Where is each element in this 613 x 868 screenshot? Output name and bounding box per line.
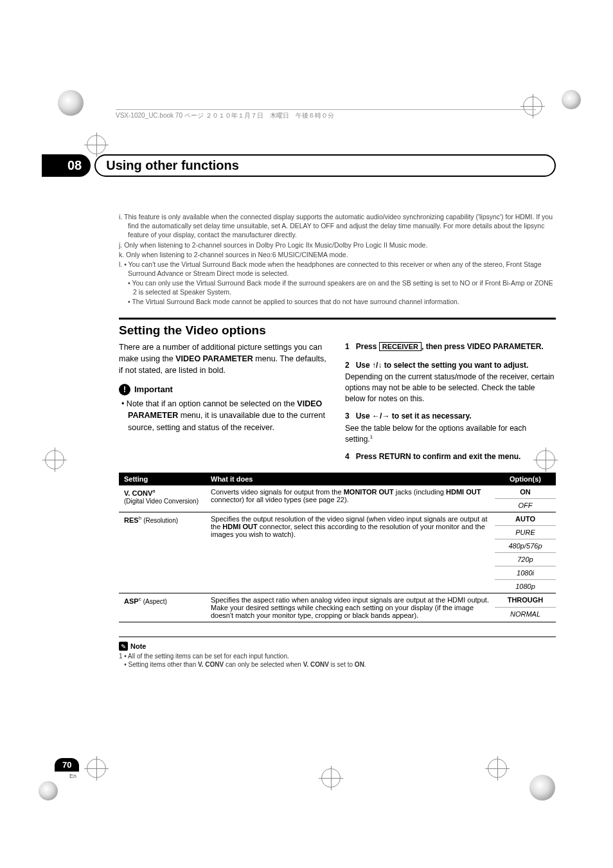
two-column-layout: There are a number of additional picture… (119, 341, 556, 464)
footnote-l-sub2: • The Virtual Surround Back mode cannot … (119, 297, 556, 306)
registration-mark-icon (45, 450, 71, 476)
important-label: Important (134, 384, 173, 395)
registration-mark-icon (488, 759, 513, 784)
table-header-row: Setting What it does Option(s) (119, 473, 556, 485)
note-label: Note (130, 642, 146, 650)
section-intro: There are a number of additional picture… (119, 341, 330, 376)
note-icon: ✎ (119, 642, 128, 651)
step-3-body: See the table below for the options avai… (345, 423, 556, 446)
footnote-l-sub1: • You can only use the Virtual Surround … (119, 278, 556, 296)
receiver-key: RECEIVER (379, 342, 422, 351)
right-column: 1 Press RECEIVER, then press VIDEO PARAM… (345, 341, 556, 464)
step-2: 2 Use ↑/↓ to select the setting you want… (345, 360, 556, 371)
th-setting: Setting (119, 473, 206, 485)
left-column: There are a number of additional picture… (119, 341, 330, 464)
important-icon: ! (119, 384, 130, 395)
desc-vconv: Converts video signals for output from t… (206, 485, 495, 512)
footnote-j: j. Only when listening to 2-channel sour… (119, 240, 556, 249)
desc-res: Specifies the output resolution of the v… (206, 512, 495, 593)
color-swatch-icon (58, 90, 84, 116)
chapter-number: 08 (42, 154, 91, 177)
section-divider (119, 318, 556, 320)
note-item-2: • Setting items other than V. CONV can o… (119, 660, 556, 669)
note-item-1: 1 • All of the setting items can be set … (119, 652, 556, 660)
th-options: Option(s) (495, 473, 556, 485)
chapter-header: 08 Using other functions (42, 154, 556, 177)
section-title: Setting the Video options (119, 323, 556, 338)
chapter-title: Using other functions (106, 158, 239, 172)
color-swatch-icon (39, 781, 58, 800)
desc-asp: Specifies the aspect ratio when analog v… (206, 593, 495, 622)
page-language: En (69, 773, 76, 779)
important-bullet: Note that if an option cannot be selecte… (119, 398, 330, 433)
step-2-title: Use ↑/↓ to select the setting you want t… (356, 361, 529, 370)
step-3: 3 Use ←/→ to set it as necessary. (345, 411, 556, 422)
th-what: What it does (206, 473, 495, 485)
table-row: ASPc (Aspect) Specifies the aspect ratio… (119, 593, 556, 608)
step-1: 1 Press RECEIVER, then press VIDEO PARAM… (345, 341, 556, 352)
footnote-l: l. • You can't use the Virtual Surround … (119, 260, 556, 278)
footnote-i: i. This feature is only available when t… (119, 212, 556, 240)
important-heading: ! Important (119, 384, 330, 395)
page-number-badge: 70 (55, 758, 79, 772)
header-filename-line: VSX-1020_UC.book 70 ページ ２０１０年１月７日 木曜日 午後… (116, 109, 536, 120)
note-heading: ✎ Note (119, 642, 146, 651)
chapter-title-wrap: Using other functions (94, 154, 556, 177)
registration-mark-icon (321, 768, 347, 794)
video-options-table: Setting What it does Option(s) V. CONVa(… (119, 473, 556, 622)
step-4: 4 Press RETURN to confirm and exit the m… (345, 451, 556, 462)
footnote-k: k. Only when listening to 2-channel sour… (119, 250, 556, 259)
registration-mark-icon (87, 759, 112, 784)
note-section: ✎ Note 1 • All of the setting items can … (119, 637, 556, 669)
step-3-title: Use ←/→ to set it as necessary. (356, 411, 472, 420)
step-2-body: Depending on the current status/mode of … (345, 372, 556, 404)
step-4-title: Press RETURN to confirm and exit the men… (356, 452, 521, 461)
color-swatch-icon (562, 90, 581, 109)
color-swatch-icon (529, 775, 555, 800)
page-content: i. This feature is only available when t… (119, 212, 556, 669)
table-row: RESb (Resolution) Specifies the output r… (119, 512, 556, 525)
table-row: V. CONVa(Digital Video Conversion) Conve… (119, 485, 556, 499)
